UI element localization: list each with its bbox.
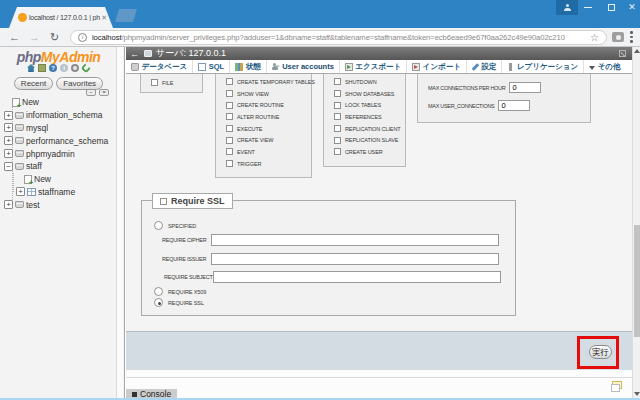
privilege-row[interactable]: SHOW VIEW [216,88,311,100]
tab-import[interactable]: インポート [407,60,467,73]
tree-item-staffname[interactable]: +staffname [4,186,114,199]
privilege-row[interactable]: SHOW DATABASES [324,88,405,100]
privilege-row[interactable]: LOCK TABLES [324,99,405,111]
ssl-require-ssl-option[interactable]: REQUIRE SSL [154,298,204,307]
scroll-up-icon[interactable] [634,49,640,53]
console-window-icon[interactable] [612,381,622,389]
radio-button[interactable] [154,221,163,230]
max-connections-input[interactable] [509,82,541,93]
privilege-row[interactable]: CREATE ROUTINE [216,99,311,111]
tree-item-information-schema[interactable]: +information_schema [4,109,114,122]
tab-close-icon[interactable]: ✕ [101,14,107,22]
server-label[interactable]: サーバ: 127.0.0.1 [156,47,226,60]
checkbox[interactable] [334,78,341,85]
expand-icon[interactable]: + [4,200,13,209]
tab-status[interactable]: 状態 [230,60,267,73]
unlink-icon[interactable]: = [99,89,109,96]
privilege-row[interactable]: ALTER ROUTINE [216,111,311,123]
tab-sql[interactable]: SQL [193,60,230,73]
browser-scrollbar[interactable] [632,47,640,400]
radio-button[interactable] [154,287,163,296]
privilege-row[interactable]: CREATE VIEW [216,134,311,146]
checkbox[interactable] [334,113,341,120]
privilege-row[interactable]: REPLICATION SLAVE [324,134,405,146]
checkbox[interactable] [226,137,233,144]
checkbox[interactable] [334,90,341,97]
tab-more[interactable]: その他 [584,60,625,73]
minimize-button[interactable] [578,0,598,15]
close-button[interactable]: ✕ [622,0,640,15]
new-tab-button[interactable] [115,9,137,22]
checkbox[interactable] [226,102,233,109]
sidebar-scrollbar[interactable] [116,47,123,400]
expand-icon[interactable]: + [4,123,13,132]
checkbox[interactable] [226,113,233,120]
checkbox[interactable] [160,198,167,205]
checkbox[interactable] [226,90,233,97]
require-ssl-legend[interactable]: Require SSL [152,193,233,209]
back-button[interactable]: ← [9,30,20,45]
privilege-row[interactable]: REPLICATION CLIENT [324,123,405,135]
radio-button-selected[interactable] [154,298,163,307]
privilege-row[interactable]: REFERENCES [324,111,405,123]
require-issuer-input[interactable] [211,253,499,265]
checkbox[interactable] [226,78,233,85]
require-subject-input[interactable] [213,271,501,283]
tab-export[interactable]: エクスポート [340,60,407,73]
collapse-sidebar-icon[interactable]: ← [130,49,139,59]
expand-icon[interactable]: + [4,149,13,158]
max-user-connections-input[interactable] [498,100,530,111]
privilege-row[interactable]: CREATE TEMPORARY TABLES [216,76,311,88]
collapse-all-icon[interactable]: − [86,89,96,96]
tab-settings[interactable]: 設定 [467,60,503,73]
recent-button[interactable]: Recent [14,77,53,90]
scrollbar-thumb[interactable] [634,225,640,337]
privilege-row[interactable]: SHUTDOWN [324,76,405,88]
phpmyadmin-logo[interactable]: phpMyAdmin [0,49,117,65]
tree-item-new[interactable]: New [4,96,114,109]
tab-databases[interactable]: データベース [126,60,193,73]
privilege-row[interactable]: CREATE USER [324,146,405,158]
tree-item-staff-new[interactable]: New [4,173,114,186]
checkbox[interactable] [226,125,233,132]
tree-item-phpmyadmin[interactable]: +phpmyadmin [4,147,114,160]
tree-item-mysql[interactable]: +mysql [4,122,114,135]
checkbox[interactable] [334,137,341,144]
expand-icon[interactable]: + [16,187,25,196]
expand-icon[interactable]: + [4,136,13,145]
bookmark-star-icon[interactable]: ☆ [590,32,599,43]
browser-menu-icon[interactable] [630,31,633,44]
browser-tab[interactable]: localhost / 127.0.0.1 | ph ✕ [9,7,113,28]
docs-icon[interactable]: i [60,64,68,72]
ssl-specified-option[interactable]: SPECIFIED [154,221,196,230]
checkbox[interactable] [226,148,233,155]
checkbox[interactable] [334,125,341,132]
checkbox[interactable] [334,102,341,109]
tab-user-accounts[interactable]: User accounts [267,60,340,73]
privilege-row[interactable]: TRIGGER [216,158,311,170]
privilege-row[interactable]: FILE [141,77,202,89]
tab-replication[interactable]: レプリケーション [502,60,584,73]
refresh-icon[interactable] [80,62,91,73]
forward-button[interactable]: → [29,30,40,45]
extension-icon[interactable] [612,32,624,42]
expand-panel-icon[interactable] [619,50,626,57]
ssl-x509-option[interactable]: REQUIRE X509 [154,287,206,296]
reload-button[interactable]: ↻ [50,30,59,45]
profile-button[interactable] [556,0,578,15]
home-icon[interactable] [27,64,35,72]
checkbox[interactable] [226,160,233,167]
expand-icon[interactable]: + [4,111,13,120]
privilege-row[interactable]: EVENT [216,146,311,158]
address-bar[interactable]: i localhost/phpmyadmin/server_privileges… [70,30,607,45]
privilege-row[interactable]: EXECUTE [216,123,311,135]
tree-item-performance-schema[interactable]: +performance_schema [4,134,114,147]
scroll-down-icon[interactable] [634,392,640,396]
maximize-button[interactable] [601,0,621,15]
checkbox[interactable] [151,79,158,86]
tree-item-test[interactable]: +test [4,198,114,211]
logout-icon[interactable] [38,64,46,72]
tree-item-staff[interactable]: −staff [4,160,114,173]
collapse-icon[interactable]: − [4,162,13,171]
checkbox[interactable] [334,148,341,155]
